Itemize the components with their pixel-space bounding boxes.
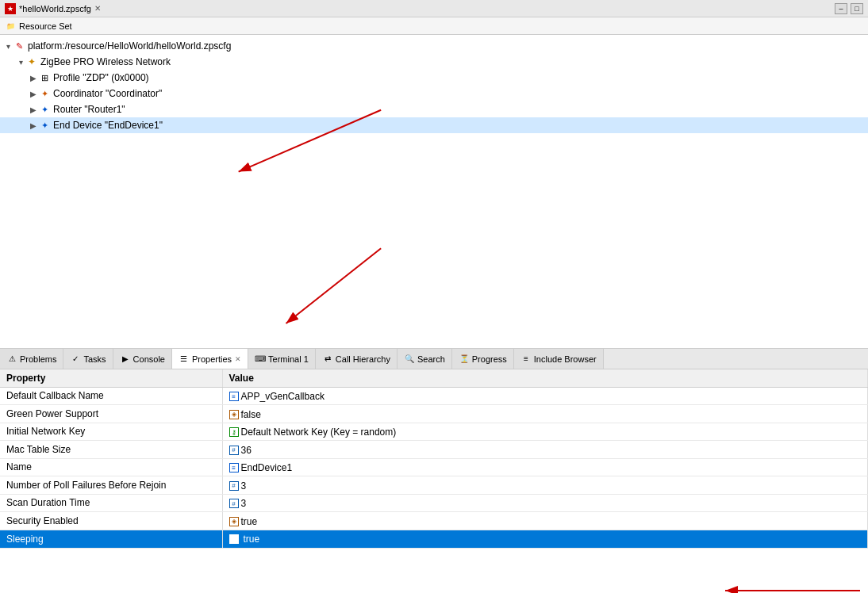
- value-text: APP_vGenCallback: [241, 391, 325, 402]
- value-text: 3: [241, 498, 247, 509]
- value-type-icon: ◈: [229, 517, 239, 526]
- tab-terminal1[interactable]: ⌨ Terminal 1: [248, 349, 316, 369]
- tab-search[interactable]: 🔍 Search: [398, 349, 452, 369]
- minimize-button[interactable]: –: [835, 3, 847, 14]
- search-tab-icon: 🔍: [404, 354, 415, 365]
- value-text: true: [241, 533, 263, 545]
- profile-icon: ⊞: [38, 71, 51, 84]
- value-text: EndDevice1: [241, 462, 293, 473]
- tab-callhierarchy-label: Call Hierarchy: [336, 354, 390, 364]
- router-icon: ✦: [38, 103, 51, 116]
- table-row[interactable]: Green Power Support◈false: [0, 405, 868, 423]
- editor-area: ▾ ✎ platform:/resource/HelloWorld/helloW…: [0, 35, 868, 349]
- includebrowser-icon: ≡: [520, 354, 532, 365]
- properties-icon: ☰: [179, 354, 190, 365]
- enddev-expand[interactable]: ▶: [29, 121, 38, 130]
- title-bar: ★ *helloWorld.zpscfg ✕ – □: [0, 0, 868, 17]
- coord-expand[interactable]: ▶: [29, 89, 38, 98]
- value-text: true: [241, 516, 258, 527]
- tab-tasks[interactable]: ✓ Tasks: [63, 349, 113, 369]
- property-cell: Scan Duration Time: [0, 494, 222, 512]
- profile-expand[interactable]: ▶: [29, 73, 38, 82]
- property-cell: Sleeping: [0, 530, 222, 549]
- enddev-icon: ✦: [38, 119, 51, 132]
- window-controls: – □: [835, 3, 863, 14]
- tab-bar: ⚠ Problems ✓ Tasks ▶ Console ☰ Propertie…: [0, 349, 868, 369]
- value-text: 3: [241, 480, 247, 492]
- value-cell: #36: [222, 441, 868, 459]
- table-row[interactable]: Name≡EndDevice1: [0, 458, 868, 476]
- root-expand[interactable]: ▾: [3, 41, 13, 51]
- tab-title: *helloWorld.zpscfg: [19, 4, 91, 13]
- tab-problems-label: Problems: [20, 354, 56, 364]
- tree-root[interactable]: ▾ ✎ platform:/resource/HelloWorld/helloW…: [0, 38, 868, 54]
- tree-item-zigbee-network[interactable]: ▾ ✦ ZigBee PRO Wireless Network: [0, 54, 868, 70]
- property-cell: Default Callback Name: [0, 387, 222, 405]
- tab-terminal-label: Terminal 1: [268, 354, 309, 364]
- console-icon: ▶: [120, 354, 131, 365]
- table-row[interactable]: Security Enabled◈true: [0, 512, 868, 530]
- maximize-button[interactable]: □: [851, 3, 863, 14]
- property-cell: Number of Poll Failures Before Rejoin: [0, 476, 222, 495]
- tree-item-enddevice[interactable]: ▶ ✦ End Device "EndDevice1": [0, 117, 868, 133]
- property-cell: Mac Table Size: [0, 441, 222, 459]
- tree-item-profile[interactable]: ▶ ⊞ Profile "ZDP" (0x0000): [0, 70, 868, 86]
- table-row[interactable]: Default Callback Name≡APP_vGenCallback: [0, 387, 868, 405]
- tree-item-router[interactable]: ▶ ✦ Router "Router1": [0, 101, 868, 117]
- callhierarchy-icon: ⇄: [322, 354, 333, 365]
- enddev-label: End Device "EndDevice1": [53, 120, 163, 131]
- value-text: 36: [241, 445, 252, 456]
- table-row[interactable]: Scan Duration Time#3: [0, 494, 868, 512]
- value-cell: ◈true: [222, 530, 868, 549]
- terminal-icon: ⌨: [255, 354, 266, 365]
- resource-bar: 📁 Resource Set: [0, 17, 868, 35]
- router-label: Router "Router1": [53, 104, 125, 115]
- tab-problems[interactable]: ⚠ Problems: [0, 349, 63, 369]
- tab-progress[interactable]: ⏳ Progress: [452, 349, 514, 369]
- zigbee-expand[interactable]: ▾: [16, 57, 25, 67]
- tasks-icon: ✓: [70, 354, 81, 365]
- properties-close-icon[interactable]: ✕: [235, 355, 241, 363]
- progress-icon: ⏳: [459, 354, 470, 365]
- tab-properties[interactable]: ☰ Properties ✕: [172, 349, 248, 369]
- value-cell: #3: [222, 476, 868, 495]
- tab-includebrowser[interactable]: ≡ Include Browser: [514, 349, 604, 369]
- value-cell: ◈false: [222, 405, 868, 423]
- file-icon: ★: [5, 3, 16, 14]
- value-cell: ⚷Default Network Key (Key = random): [222, 423, 868, 441]
- tab-console[interactable]: ▶ Console: [113, 349, 172, 369]
- tab-callhierarchy[interactable]: ⇄ Call Hierarchy: [316, 349, 398, 369]
- table-row[interactable]: Number of Poll Failures Before Rejoin#3: [0, 476, 868, 495]
- property-cell: Initial Network Key: [0, 423, 222, 441]
- bottom-panel: ⚠ Problems ✓ Tasks ▶ Console ☰ Propertie…: [0, 349, 868, 593]
- value-type-icon: #: [229, 481, 239, 491]
- properties-panel: Property Value Default Callback Name≡APP…: [0, 369, 868, 593]
- value-type-icon: ≡: [229, 463, 239, 472]
- value-type-icon: ◈: [229, 410, 239, 419]
- resource-label: Resource Set: [19, 21, 72, 31]
- table-row[interactable]: Sleeping◈true: [0, 530, 868, 549]
- zigbee-icon: ✦: [25, 55, 38, 68]
- value-text: Default Network Key (Key = random): [241, 427, 397, 438]
- problems-icon: ⚠: [6, 354, 17, 365]
- coord-label: Coordinator "Coordinator": [53, 88, 162, 99]
- resource-icon: 📁: [5, 21, 16, 32]
- table-row[interactable]: Initial Network Key⚷Default Network Key …: [0, 423, 868, 441]
- table-row[interactable]: Mac Table Size#36: [0, 441, 868, 459]
- tab-includebrowser-label: Include Browser: [534, 354, 597, 364]
- value-type-icon: #: [229, 499, 239, 508]
- value-text: false: [241, 409, 261, 420]
- value-type-icon: ≡: [229, 392, 239, 401]
- coord-icon: ✦: [38, 87, 51, 100]
- value-type-icon: #: [229, 446, 239, 455]
- value-type-icon: ◈: [229, 534, 239, 544]
- root-label: platform:/resource/HelloWorld/helloWorld…: [28, 40, 231, 52]
- tab-close-button[interactable]: ✕: [94, 4, 101, 13]
- tab-progress-label: Progress: [472, 354, 507, 364]
- tab-tasks-label: Tasks: [83, 354, 106, 364]
- value-cell: #3: [222, 494, 868, 512]
- router-expand[interactable]: ▶: [29, 105, 38, 114]
- value-cell: ≡APP_vGenCallback: [222, 387, 868, 405]
- tree-item-coordinator[interactable]: ▶ ✦ Coordinator "Coordinator": [0, 86, 868, 101]
- property-cell: Security Enabled: [0, 512, 222, 530]
